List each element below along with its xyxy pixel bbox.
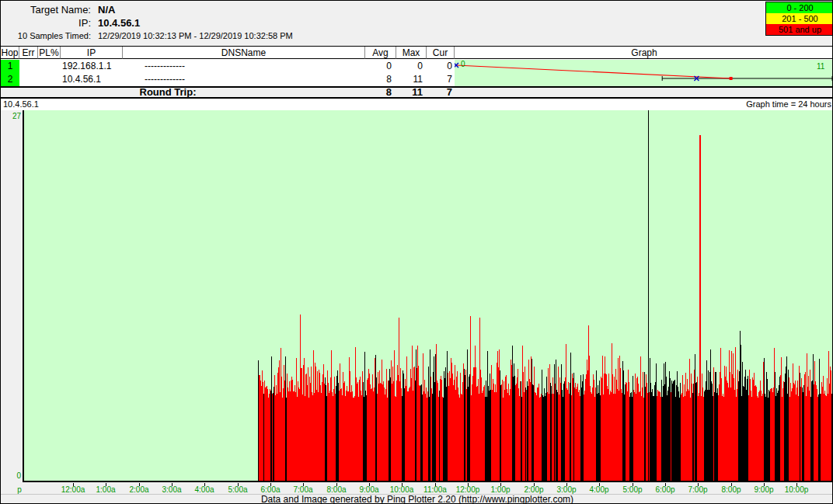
x-axis-label: 2:00p xyxy=(524,485,543,494)
x-axis-label: 6:00p xyxy=(655,485,674,494)
x-axis-label: 5:00a xyxy=(228,485,247,494)
x-axis-label: 4:00p xyxy=(589,485,608,494)
max-cell: 0 xyxy=(396,60,427,73)
legend-item-red: 501 and up xyxy=(766,24,833,35)
legend-item-green: 0 - 200 xyxy=(766,2,833,13)
hop-number-cell[interactable]: 1 xyxy=(1,60,19,73)
graph-title-strip: 10.4.56.1 Graph time = 24 hours xyxy=(1,99,833,110)
x-axis-label: 3:00a xyxy=(162,485,181,494)
x-axis-label: 12:00p xyxy=(456,485,480,494)
cur-cell: 7 xyxy=(427,73,455,86)
x-axis-label: 6:00a xyxy=(260,485,280,494)
hop-table: Hop Err PL% IP DNSName Avg Max Cur Graph… xyxy=(1,46,833,99)
round-trip-row: Round Trip: 8 11 7 xyxy=(1,86,833,99)
avg-cell: 0 xyxy=(365,60,396,73)
x-axis-label: 7:00a xyxy=(293,485,312,494)
ip-cell: 10.4.56.1 xyxy=(62,73,123,86)
hop-latency-minigraph[interactable]: 011 xyxy=(455,60,833,86)
cur-cell: 0 xyxy=(427,60,455,73)
x-axis-label: 11:00a xyxy=(423,485,447,494)
graph-target-label: 10.4.56.1 xyxy=(3,99,39,109)
response-time-bars-canvas[interactable] xyxy=(24,110,833,481)
ip-cell: 192.168.1.1 xyxy=(62,60,123,73)
svg-text:11: 11 xyxy=(817,62,825,71)
col-header-graph[interactable]: Graph xyxy=(455,47,833,59)
x-axis-label: 8:00p xyxy=(721,485,741,494)
dns-cell: ------------- xyxy=(145,60,238,73)
col-header-err[interactable]: Err xyxy=(19,47,38,59)
round-trip-avg: 8 xyxy=(365,88,396,97)
x-axis-label: 9:00p xyxy=(754,485,773,494)
col-header-avg[interactable]: Avg xyxy=(365,47,396,59)
col-header-dnsname[interactable]: DNSName xyxy=(123,47,365,59)
pingplotter-window: Target Name: N/A IP: 10.4.56.1 10 Sample… xyxy=(0,0,833,504)
x-axis-label: 1:00a xyxy=(96,485,115,494)
hop-number-cell[interactable]: 2 xyxy=(1,73,19,86)
round-trip-max: 11 xyxy=(396,88,427,97)
col-header-ip[interactable]: IP xyxy=(61,47,123,59)
time-graph-plot[interactable] xyxy=(23,110,833,482)
ip-value: 10.4.56.1 xyxy=(98,17,140,29)
x-axis-label: 3:00p xyxy=(556,485,576,494)
x-axis-label: 8:00a xyxy=(326,485,346,494)
footer-credit: Data and Image generated by Ping Plotter… xyxy=(1,494,833,504)
x-axis-label: 10:00a xyxy=(390,485,414,494)
x-axis-label: 10:00p xyxy=(785,485,809,494)
round-trip-cur: 7 xyxy=(427,88,455,97)
col-header-max[interactable]: Max xyxy=(396,47,427,59)
x-axis-label: 12:00a xyxy=(61,485,85,494)
graph-time-label: Graph time = 24 hours xyxy=(746,99,831,109)
x-axis-label: 2:00a xyxy=(129,485,148,494)
avg-cell: 8 xyxy=(365,73,396,86)
x-axis-partial-label: p xyxy=(17,485,22,494)
x-axis-label: 7:00p xyxy=(688,485,707,494)
y-axis-max-label: 27 xyxy=(10,112,21,120)
round-trip-label: Round Trip: xyxy=(1,88,335,97)
col-header-cur[interactable]: Cur xyxy=(427,47,455,59)
col-header-hop[interactable]: Hop xyxy=(1,47,19,59)
x-axis-label: 5:00p xyxy=(622,485,642,494)
y-axis-min-label: 0 xyxy=(13,471,21,480)
target-name-label: Target Name: xyxy=(1,4,91,16)
samples-range: 12/29/2019 10:32:13 PM - 12/29/2019 10:3… xyxy=(98,31,293,40)
x-axis-labels: p12:00a1:00a2:00a3:00a4:00a5:00a6:00a7:0… xyxy=(1,482,833,494)
max-cell: 11 xyxy=(396,73,427,86)
svg-text:0: 0 xyxy=(461,60,465,68)
x-axis-label: 4:00a xyxy=(194,485,214,494)
x-axis-label: 1:00p xyxy=(490,485,510,494)
latency-legend: 0 - 200 201 - 500 501 and up xyxy=(765,2,833,36)
col-header-pl[interactable]: PL% xyxy=(38,47,61,59)
target-name-value: N/A xyxy=(98,4,115,16)
legend-item-yellow: 201 - 500 xyxy=(766,13,833,24)
ip-label: IP: xyxy=(1,17,91,29)
x-axis-label: 9:00a xyxy=(359,485,378,494)
samples-label: 10 Samples Timed: xyxy=(1,31,91,40)
dns-cell: ------------- xyxy=(145,73,238,86)
